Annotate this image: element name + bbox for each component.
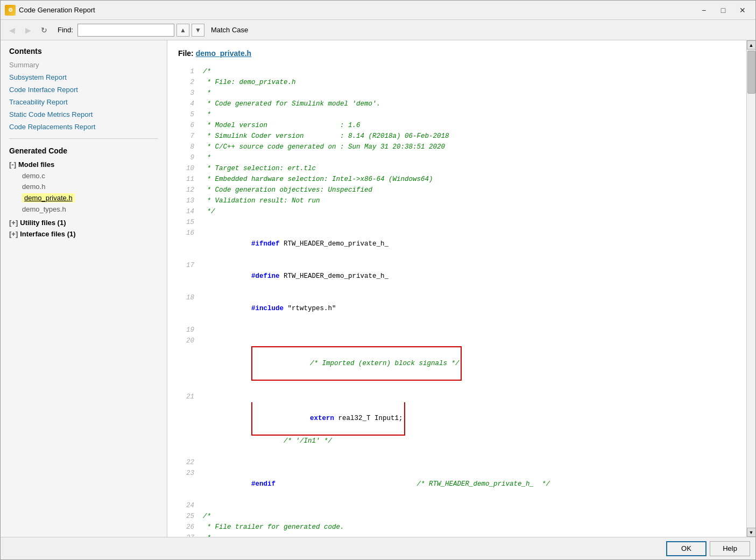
code-line-13: 13 * Validation result: Not run xyxy=(178,195,736,206)
interface-files-tree-item: [+] Interface files (1) xyxy=(9,230,158,238)
file-heading-prefix: File: xyxy=(178,49,194,58)
window-title: Code Generation Report xyxy=(19,6,695,14)
model-files-toggle[interactable]: [-] xyxy=(9,160,16,169)
model-files-tree-item: [-] Model files xyxy=(9,160,158,169)
code-line-11: 11 * Embedded hardware selection: Intel-… xyxy=(178,174,736,185)
maximize-button[interactable]: □ xyxy=(715,4,732,16)
summary-link[interactable]: Summary xyxy=(9,61,158,69)
code-replacements-link[interactable]: Code Replacements Report xyxy=(9,123,158,131)
static-code-metrics-link[interactable]: Static Code Metrics Report xyxy=(9,110,158,118)
code-line-17: 17 #define RTW_HEADER_demo_private_h_ xyxy=(178,260,736,292)
minimize-button[interactable]: − xyxy=(695,4,712,16)
code-line-12: 12 * Code generation objectives: Unspeci… xyxy=(178,185,736,195)
ok-button[interactable]: OK xyxy=(666,541,706,556)
code-line-14: 14 */ xyxy=(178,206,736,217)
code-line-24: 24 xyxy=(178,500,736,511)
generated-code-title: Generated Code xyxy=(9,146,158,155)
code-line-10: 10 * Target selection: ert.tlc xyxy=(178,163,736,174)
sidebar-divider xyxy=(9,138,158,139)
code-line-26: 26 * File trailer for generated code. xyxy=(178,522,736,533)
find-prev-button[interactable]: ▲ xyxy=(176,24,189,37)
content-inner: File: demo_private.h 1/* 2 * File: demo_… xyxy=(167,40,746,537)
code-line-18: 18 #include "rtwtypes.h" xyxy=(178,292,736,325)
code-line-9: 9 * xyxy=(178,152,736,163)
file-heading: File: demo_private.h xyxy=(178,49,736,58)
code-line-7: 7 * Simulink Coder version : 8.14 (R2018… xyxy=(178,131,736,142)
code-line-2: 2 * File: demo_private.h xyxy=(178,77,736,88)
code-interface-report-link[interactable]: Code Interface Report xyxy=(9,86,158,94)
code-line-16: 16 #ifndef RTW_HEADER_demo_private_h_ xyxy=(178,228,736,260)
code-line-6: 6 * Model version : 1.6 xyxy=(178,120,736,131)
main-area: Contents Summary Subsystem Report Code I… xyxy=(1,40,755,537)
contents-title: Contents xyxy=(9,47,158,55)
code-line-15: 15 xyxy=(178,217,736,228)
file-demo-types-h[interactable]: demo_types.h xyxy=(22,205,158,213)
forward-button[interactable]: ▶ xyxy=(21,23,35,37)
back-button[interactable]: ◀ xyxy=(5,23,19,37)
code-line-21: 21 extern real32_T Input1; /* '/In1' */ xyxy=(178,391,736,457)
utility-files-tree-item: [+] Utility files (1) xyxy=(9,219,158,227)
code-line-23: 23 #endif /* RTW_HEADER_demo_private_h_ … xyxy=(178,468,736,500)
code-line-25: 25/* xyxy=(178,511,736,522)
bottom-bar: OK Help xyxy=(1,537,755,559)
find-next-button[interactable]: ▼ xyxy=(192,24,204,37)
code-line-8: 8 * C/C++ source code generated on : Sun… xyxy=(178,142,736,152)
refresh-button[interactable]: ↻ xyxy=(37,23,51,37)
code-line-19: 19 xyxy=(178,325,736,335)
app-icon: ⚙ xyxy=(5,5,16,16)
model-files-label: Model files xyxy=(18,160,54,169)
code-line-3: 3 * xyxy=(178,88,736,99)
code-line-4: 4 * Code generated for Simulink model 'd… xyxy=(178,99,736,109)
code-line-5: 5 * xyxy=(178,109,736,120)
file-demo-h[interactable]: demo.h xyxy=(22,183,158,191)
traceability-report-link[interactable]: Traceability Report xyxy=(9,98,158,106)
code-line-27: 27 * xyxy=(178,533,736,537)
interface-files-label: Interface files (1) xyxy=(20,230,75,238)
scrollbar-thumb[interactable] xyxy=(747,51,755,94)
scrollbar-up-arrow[interactable]: ▲ xyxy=(747,40,756,50)
file-name-link[interactable]: demo_private.h xyxy=(196,49,251,58)
sidebar: Contents Summary Subsystem Report Code I… xyxy=(1,40,167,537)
file-demo-private-h[interactable]: demo_private.h xyxy=(22,193,75,202)
find-input[interactable] xyxy=(77,24,174,37)
utility-files-toggle[interactable]: [+] xyxy=(9,219,18,227)
help-button[interactable]: Help xyxy=(710,541,750,556)
window-controls: − □ ✕ xyxy=(695,4,751,16)
code-line-22: 22 xyxy=(178,457,736,468)
utility-files-label: Utility files (1) xyxy=(20,219,66,227)
code-block: 1/* 2 * File: demo_private.h 3 * 4 * Cod… xyxy=(178,66,736,537)
toolbar: ◀ ▶ ↻ Find: ▲ ▼ Match Case xyxy=(1,20,755,40)
find-label: Find: xyxy=(58,26,73,34)
code-line-20: 20 /* Imported (extern) block signals */ xyxy=(178,335,736,391)
scrollbar: ▲ ▼ xyxy=(746,40,755,537)
close-button[interactable]: ✕ xyxy=(734,4,751,16)
file-demo-c[interactable]: demo.c xyxy=(22,172,158,180)
subsystem-report-link[interactable]: Subsystem Report xyxy=(9,73,158,81)
code-line-1: 1/* xyxy=(178,66,736,77)
title-bar: ⚙ Code Generation Report − □ ✕ xyxy=(1,1,755,20)
scrollbar-down-arrow[interactable]: ▼ xyxy=(747,528,756,537)
content-area: File: demo_private.h 1/* 2 * File: demo_… xyxy=(167,40,746,537)
match-case-label: Match Case xyxy=(211,26,248,34)
interface-files-toggle[interactable]: [+] xyxy=(9,230,18,238)
